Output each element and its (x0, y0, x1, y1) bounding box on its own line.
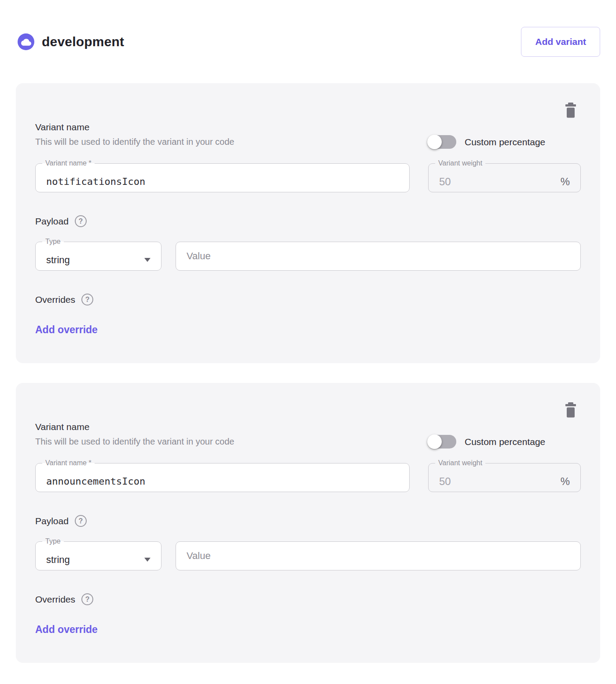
environment-cloud-icon (18, 33, 34, 50)
variant-weight-field: Variant weight % (428, 159, 581, 192)
variant-weight-section: Custom percentage Variant weight % (428, 135, 581, 192)
variant-weight-field-label: Variant weight (435, 159, 485, 167)
payload-type-value: string (46, 254, 70, 266)
variant-name-help-text: This will be used to identify the varian… (35, 137, 410, 147)
overrides-help-icon[interactable]: ? (81, 294, 93, 305)
toggle-thumb (427, 434, 442, 449)
payload-type-value: string (46, 554, 70, 566)
variant-name-field-label: Variant name * (42, 159, 95, 167)
trash-icon (564, 402, 577, 418)
percent-suffix: % (561, 176, 570, 188)
chevron-down-icon (144, 558, 150, 562)
payload-type-select[interactable]: string (36, 250, 161, 270)
cloud-icon (21, 37, 31, 47)
variant-weight-field-label: Variant weight (435, 459, 485, 467)
payload-type-field: Type string (35, 537, 161, 570)
variant-name-field-label: Variant name * (42, 459, 95, 467)
page-title: development (42, 34, 124, 49)
payload-type-field-label: Type (42, 537, 64, 545)
payload-type-field-label: Type (42, 238, 64, 246)
toggle-thumb (427, 135, 442, 149)
add-variant-button[interactable]: Add variant (521, 27, 600, 57)
add-override-link[interactable]: Add override (35, 624, 98, 636)
payload-type-select[interactable]: string (36, 549, 161, 570)
delete-variant-button[interactable] (564, 103, 577, 118)
custom-percentage-label: Custom percentage (465, 437, 545, 447)
payload-type-field: Type string (35, 238, 161, 271)
page-header: development Add variant (16, 27, 600, 57)
variant-name-section: Variant name This will be used to identi… (35, 122, 410, 192)
variant-name-input[interactable] (46, 476, 399, 487)
variant-weight-input[interactable] (439, 475, 561, 488)
payload-value-input[interactable] (176, 541, 581, 570)
variant-name-input[interactable] (46, 176, 399, 187)
payload-value-input[interactable] (176, 242, 581, 271)
variant-weight-section: Custom percentage Variant weight % (428, 435, 581, 492)
variant-name-heading: Variant name (35, 422, 410, 432)
chevron-down-icon (144, 258, 150, 262)
custom-percentage-label: Custom percentage (465, 137, 545, 147)
custom-percentage-toggle[interactable] (428, 435, 456, 449)
variant-name-field: Variant name * (35, 159, 410, 192)
trash-icon (564, 103, 577, 118)
variant-name-field: Variant name * (35, 459, 410, 492)
add-override-link[interactable]: Add override (35, 324, 98, 336)
payload-help-icon[interactable]: ? (75, 515, 87, 527)
overrides-help-icon[interactable]: ? (81, 593, 93, 605)
variant-name-heading: Variant name (35, 122, 410, 132)
payload-heading: Payload (35, 516, 69, 526)
custom-percentage-toggle[interactable] (428, 135, 456, 149)
variant-weight-input[interactable] (439, 176, 561, 188)
variant-card: Variant name This will be used to identi… (16, 83, 600, 363)
variant-name-section: Variant name This will be used to identi… (35, 422, 410, 492)
payload-heading: Payload (35, 216, 69, 227)
delete-variant-button[interactable] (564, 402, 577, 418)
payload-help-icon[interactable]: ? (75, 215, 87, 227)
overrides-heading: Overrides (35, 594, 75, 605)
percent-suffix: % (561, 475, 570, 488)
variant-weight-field: Variant weight % (428, 459, 581, 492)
variant-name-help-text: This will be used to identify the varian… (35, 437, 410, 447)
overrides-heading: Overrides (35, 294, 75, 305)
variant-card: Variant name This will be used to identi… (16, 383, 600, 663)
